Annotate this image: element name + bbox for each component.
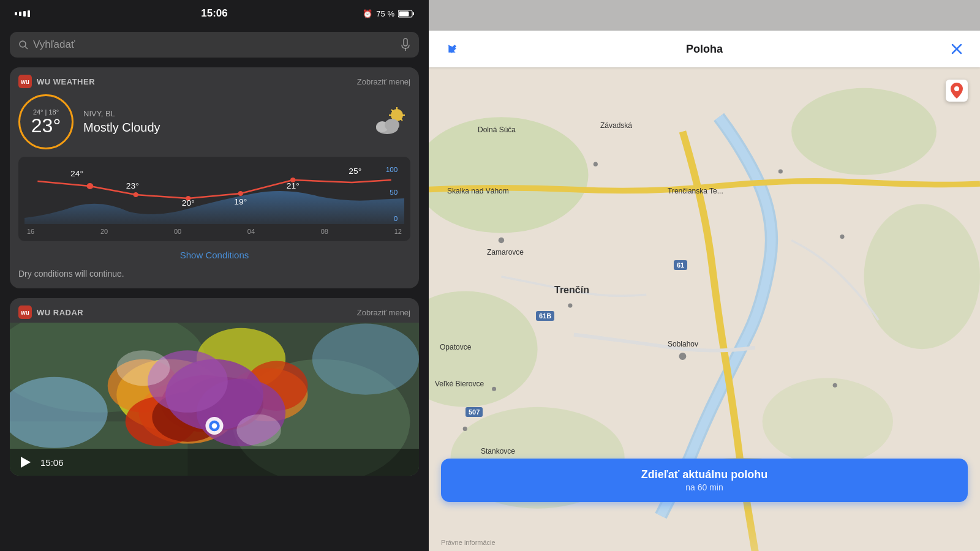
- maps-header: Poloha: [429, 31, 980, 67]
- svg-text:21°: 21°: [287, 181, 300, 190]
- signal-bar-1: [15, 12, 17, 15]
- share-location-button[interactable]: Zdieľať aktuálnu polohu na 60 min: [441, 459, 968, 502]
- temp-current: 23°: [31, 116, 61, 135]
- pin-icon: [951, 83, 963, 99]
- svg-point-75: [568, 304, 572, 308]
- svg-text:0: 0: [394, 215, 398, 222]
- svg-point-18: [385, 119, 399, 131]
- svg-point-53: [312, 324, 419, 395]
- svg-point-78: [833, 383, 837, 388]
- search-bar[interactable]: Vyhľadať: [10, 32, 419, 58]
- share-btn-title: Zdieľať aktuálnu polohu: [641, 468, 768, 481]
- radar-widget-action[interactable]: Zobraziť menej: [357, 308, 410, 317]
- svg-point-19: [87, 183, 94, 189]
- svg-point-73: [499, 238, 504, 243]
- right-panel: Poloha: [429, 0, 980, 551]
- svg-point-3: [20, 41, 26, 47]
- wu-weather-icon: wu: [18, 75, 32, 88]
- radar-playback-bar: 15:06: [10, 449, 419, 476]
- svg-point-20: [133, 192, 138, 197]
- signal-bar-2: [19, 12, 21, 16]
- microphone-icon: [401, 38, 410, 51]
- search-placeholder: Vyhľadať: [33, 39, 396, 51]
- svg-line-15: [401, 119, 402, 121]
- weather-main: 24° | 18° 23° NIVY, BL Mostly Cloudy: [18, 94, 410, 149]
- map-legal: Právne informácie: [429, 508, 980, 551]
- maps-back-button[interactable]: [441, 38, 463, 60]
- svg-text:24°: 24°: [70, 169, 83, 178]
- chart-label-16: 16: [27, 228, 34, 235]
- weather-title-row: wu WU WEATHER: [18, 75, 95, 88]
- status-right: ⏰ 75 %: [363, 9, 414, 18]
- svg-point-67: [864, 204, 980, 349]
- svg-point-71: [594, 162, 598, 167]
- left-panel: 15:06 ⏰ 75 % Vyhľadať: [0, 0, 429, 551]
- weather-widget-action[interactable]: Zobraziť menej: [357, 77, 410, 86]
- maps-title: Poloha: [686, 43, 723, 56]
- road-badge-61: 61: [674, 260, 687, 270]
- svg-point-70: [763, 378, 893, 465]
- svg-point-76: [679, 353, 687, 360]
- temperature-circle: 24° | 18° 23°: [18, 94, 74, 149]
- svg-line-4: [25, 47, 28, 49]
- chart-label-20: 20: [100, 228, 108, 235]
- radar-map: 15:06: [10, 323, 419, 476]
- svg-point-81: [954, 86, 959, 91]
- svg-text:wu: wu: [20, 309, 29, 316]
- svg-point-58: [212, 423, 217, 429]
- svg-rect-2: [399, 11, 409, 16]
- chart-label-12: 12: [394, 228, 402, 235]
- chart-label-04: 04: [247, 228, 255, 235]
- map-area[interactable]: Dolná Súča Závadská Skalka nad Váhom Tre…: [429, 67, 980, 551]
- map-legal-text: Právne informácie: [441, 539, 496, 546]
- play-button[interactable]: [18, 455, 33, 470]
- svg-text:wu: wu: [20, 78, 29, 85]
- share-btn-subtitle: na 60 min: [685, 482, 723, 492]
- svg-point-72: [778, 169, 783, 173]
- map-location-pin: [946, 80, 968, 102]
- chart-x-labels: 16 20 00 04 08 12: [24, 228, 404, 235]
- radar-content: 15:06: [10, 323, 419, 476]
- weather-widget-title: WU WEATHER: [37, 77, 95, 86]
- wu-radar-icon: wu: [18, 305, 32, 319]
- svg-point-22: [238, 191, 243, 196]
- svg-point-66: [791, 88, 937, 175]
- weather-description: NIVY, BL Mostly Cloudy: [83, 109, 364, 135]
- svg-point-54: [116, 350, 170, 386]
- svg-point-74: [840, 234, 844, 239]
- status-time: 15:06: [201, 7, 227, 20]
- svg-text:50: 50: [390, 189, 398, 196]
- svg-rect-1: [413, 12, 414, 15]
- battery-icon: [398, 10, 414, 18]
- radar-widget-header: wu WU RADAR Zobraziť menej: [10, 298, 419, 323]
- battery-percent: 75 %: [376, 9, 394, 18]
- search-icon: [18, 40, 28, 50]
- weather-condition: Mostly Cloudy: [83, 121, 364, 135]
- svg-text:23°: 23°: [126, 181, 139, 190]
- svg-text:20°: 20°: [182, 198, 195, 207]
- show-conditions-link[interactable]: Show Conditions: [18, 247, 410, 265]
- weather-content: 24° | 18° 23° NIVY, BL Mostly Cloudy: [10, 92, 419, 288]
- wu-weather-widget: wu WU WEATHER Zobraziť menej 24° | 18° 2…: [10, 67, 419, 288]
- svg-point-55: [236, 414, 281, 446]
- wu-radar-widget: wu WU RADAR Zobraziť menej: [10, 298, 419, 476]
- chart-label-00: 00: [174, 228, 181, 235]
- radar-playback-time: 15:06: [40, 457, 64, 468]
- radar-title-row: wu WU RADAR: [18, 305, 83, 319]
- signal-bar-3: [23, 11, 26, 17]
- close-icon: [951, 43, 963, 55]
- svg-rect-5: [404, 39, 407, 46]
- temperature-chart: 24° 23° 20° 19° 21° 25° 100 50 0 16 20: [18, 157, 410, 241]
- weather-location: NIVY, BL: [83, 109, 364, 118]
- maps-top-bar: [429, 0, 980, 31]
- maps-close-button[interactable]: [946, 38, 968, 60]
- svg-text:25°: 25°: [349, 167, 361, 175]
- svg-text:19°: 19°: [234, 197, 247, 206]
- svg-point-77: [492, 387, 496, 391]
- weather-condition-icon: [374, 103, 410, 140]
- chart-label-08: 08: [321, 228, 328, 235]
- scroll-content: wu WU WEATHER Zobraziť menej 24° | 18° 2…: [0, 62, 429, 551]
- svg-line-14: [391, 110, 393, 111]
- alarm-icon: ⏰: [363, 9, 372, 18]
- svg-text:100: 100: [386, 166, 398, 173]
